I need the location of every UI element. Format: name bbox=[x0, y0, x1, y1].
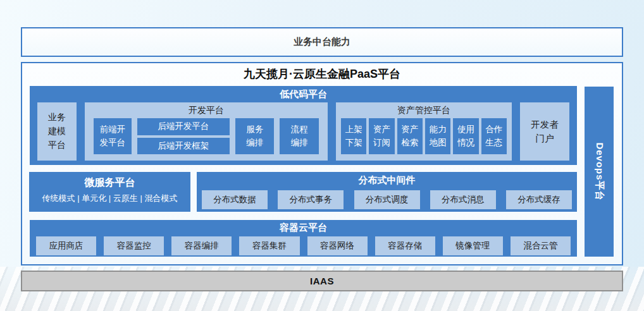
devops-platform-label: Devops平台 bbox=[593, 142, 605, 200]
cloud-tile-orchestration: 容器编排 bbox=[171, 236, 232, 255]
backend-dev-platform-tile: 后端开发平台 bbox=[137, 118, 230, 135]
middleware-row: 分布式数据 分布式事务 分布式调度 分布式消息 分布式缓存 bbox=[197, 186, 577, 209]
asset-control-row: 上架 下架 资产 订阅 资产 检索 能力 地图 bbox=[336, 118, 512, 154]
asset-tile-onoff-shelf: 上架 下架 bbox=[341, 118, 366, 154]
business-modeling-platform-tile: 业务 建模 平台 bbox=[37, 102, 77, 161]
tile-line: 开发者 bbox=[531, 118, 559, 131]
tile-line: 编排 bbox=[291, 137, 308, 149]
tile-line: 业务 bbox=[48, 111, 66, 125]
dev-platform-title: 开发平台 bbox=[85, 102, 328, 118]
tile-line: 编排 bbox=[246, 137, 263, 149]
paas-platform-box: 九天揽月·云原生金融PaaS平台 低代码平台 业务 建模 平台 开发平台 前端开… bbox=[21, 62, 623, 265]
middleware-tile-scheduling: 分布式调度 bbox=[354, 190, 420, 209]
distributed-middleware-section: 分布式中间件 分布式数据 分布式事务 分布式调度 分布式消息 分布式缓存 bbox=[197, 172, 577, 212]
asset-tile-cooperation: 合作 生态 bbox=[481, 118, 507, 154]
asset-tile-usage: 使用 情况 bbox=[453, 118, 478, 154]
asset-control-title: 资产管控平台 bbox=[336, 102, 512, 118]
container-cloud-row: 应用商店 容器监控 容器编排 容器集群 容器网络 容器存储 镜像管理 混合云管 bbox=[30, 234, 577, 255]
page-title: 九天揽月·云原生金融PaaS平台 bbox=[22, 66, 622, 82]
microservice-platform-section: 微服务平台 传统模式 | 单元化 | 云原生 | 混合模式 bbox=[29, 172, 190, 212]
cloud-tile-cluster: 容器集群 bbox=[239, 236, 299, 255]
backend-dev-framework-tile: 后端开发框架 bbox=[137, 138, 230, 155]
backend-dev-column: 后端开发平台 后端开发框架 bbox=[137, 118, 230, 154]
lowcode-body: 业务 建模 平台 开发平台 前端开 发平台 后端开发平台 后端开发框架 bbox=[30, 101, 577, 161]
middleware-tile-transaction: 分布式事务 bbox=[278, 190, 344, 209]
tile-line: 上架 bbox=[345, 123, 362, 136]
tile-line: 资产 bbox=[401, 123, 418, 136]
tile-line: 发平台 bbox=[100, 137, 126, 149]
process-orchestration-tile: 流程 编排 bbox=[280, 118, 319, 154]
tile-line: 使用 bbox=[457, 123, 474, 136]
asset-tile-subscription: 资产 订阅 bbox=[369, 118, 394, 154]
iaas-label: IAAS bbox=[310, 276, 334, 286]
tile-line: 建模 bbox=[48, 125, 66, 138]
middleware-tile-cache: 分布式缓存 bbox=[506, 190, 572, 209]
tile-line: 情况 bbox=[457, 137, 474, 149]
tile-line: 前端开 bbox=[100, 123, 126, 136]
tile-line: 生态 bbox=[485, 137, 502, 149]
architecture-diagram: 业务中台能力 九天揽月·云原生金融PaaS平台 低代码平台 业务 建模 平台 开… bbox=[0, 0, 644, 311]
middleware-tile-data: 分布式数据 bbox=[202, 190, 268, 209]
tile-line: 下架 bbox=[345, 137, 362, 149]
tile-line: 订阅 bbox=[373, 137, 390, 149]
tile-line: 门户 bbox=[536, 131, 554, 145]
asset-control-panel: 资产管控平台 上架 下架 资产 订阅 资产 检索 bbox=[336, 102, 512, 161]
dev-platform-row: 前端开 发平台 后端开发平台 后端开发框架 服务 编排 流程 bbox=[85, 118, 328, 154]
tile-line: 地图 bbox=[430, 137, 447, 149]
container-cloud-title: 容器云平台 bbox=[30, 220, 577, 234]
tile-line: 流程 bbox=[291, 123, 308, 136]
cloud-tile-image-mgmt: 镜像管理 bbox=[443, 236, 503, 255]
dev-platform-panel: 开发平台 前端开 发平台 后端开发平台 后端开发框架 服务 编排 bbox=[85, 102, 328, 161]
microservice-title: 微服务平台 bbox=[29, 176, 190, 190]
cloud-tile-app-store: 应用商店 bbox=[36, 236, 96, 255]
middleware-tile-message: 分布式消息 bbox=[430, 190, 496, 209]
tile-line: 合作 bbox=[485, 123, 502, 136]
lowcode-platform-section: 低代码平台 业务 建模 平台 开发平台 前端开 发平台 后端开发 bbox=[30, 86, 577, 165]
cloud-tile-network: 容器网络 bbox=[307, 236, 368, 255]
iaas-bar: IAAS bbox=[21, 271, 623, 291]
frontend-dev-platform-tile: 前端开 发平台 bbox=[94, 118, 132, 154]
asset-tile-search: 资产 检索 bbox=[397, 118, 423, 154]
business-middle-platform-label: 业务中台能力 bbox=[294, 36, 350, 48]
business-middle-platform-bar: 业务中台能力 bbox=[21, 27, 623, 57]
devops-platform-strip: Devops平台 bbox=[585, 87, 614, 257]
cloud-tile-storage: 容器存储 bbox=[375, 236, 435, 255]
asset-tile-capability-map: 能力 地图 bbox=[425, 118, 450, 154]
tile-line: 能力 bbox=[430, 123, 447, 136]
developer-portal-tile: 开发者 门户 bbox=[520, 102, 569, 161]
lowcode-platform-title: 低代码平台 bbox=[30, 86, 577, 101]
tile-line: 检索 bbox=[401, 137, 418, 149]
cloud-tile-monitoring: 容器监控 bbox=[104, 236, 164, 255]
tile-line: 平台 bbox=[48, 138, 66, 152]
microservice-modes: 传统模式 | 单元化 | 云原生 | 混合模式 bbox=[29, 193, 190, 204]
service-orchestration-tile: 服务 编排 bbox=[235, 118, 275, 154]
container-cloud-section: 容器云平台 应用商店 容器监控 容器编排 容器集群 容器网络 容器存储 镜像管理… bbox=[30, 220, 577, 257]
cloud-tile-hybrid-cloud: 混合云管 bbox=[511, 236, 571, 255]
middleware-title: 分布式中间件 bbox=[197, 172, 577, 186]
tile-line: 服务 bbox=[246, 123, 263, 136]
tile-line: 资产 bbox=[373, 123, 390, 136]
